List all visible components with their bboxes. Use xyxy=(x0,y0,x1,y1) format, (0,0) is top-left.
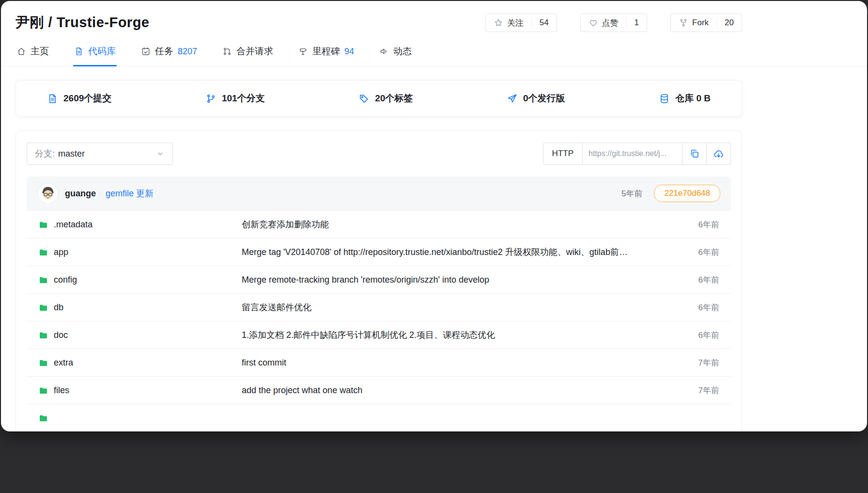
tab-code-repository[interactable]: 代码库 xyxy=(73,37,117,66)
branch-icon xyxy=(205,93,217,104)
fork-icon xyxy=(679,18,688,28)
branch-name: master xyxy=(58,149,85,159)
table-row[interactable]: .metadata 创新竞赛添加删除功能 6年前 xyxy=(27,210,731,238)
file-commit-message[interactable]: Merge tag 'V20140708' of http://reposito… xyxy=(242,246,685,258)
tab-milestones-count: 94 xyxy=(344,47,354,57)
file-name-cell[interactable]: app xyxy=(38,247,242,257)
tab-tasks[interactable]: 任务 8207 xyxy=(140,37,198,66)
table-row[interactable]: files add the project what one watch 7年前 xyxy=(27,376,731,404)
repo-icon xyxy=(74,47,84,56)
file-name[interactable]: .metadata xyxy=(54,220,93,230)
stat-commits[interactable]: 2609个提交 xyxy=(47,92,111,105)
tab-milestones[interactable]: 里程碑 94 xyxy=(297,37,355,66)
file-commit-message[interactable]: first commit xyxy=(242,358,685,368)
clone-url-field-wrap xyxy=(583,143,682,165)
file-name-cell[interactable] xyxy=(38,413,242,423)
tab-home-label: 主页 xyxy=(31,45,49,58)
file-commit-time: 6年前 xyxy=(685,274,719,286)
star-icon xyxy=(494,18,503,28)
file-name-cell[interactable]: config xyxy=(38,275,242,285)
file-commit-time: 6年前 xyxy=(685,330,719,341)
file-name[interactable]: files xyxy=(54,385,69,396)
fork-button[interactable]: Fork 20 xyxy=(670,14,742,32)
file-commit-message[interactable]: 创新竞赛添加删除功能 xyxy=(242,219,685,230)
watch-label: 关注 xyxy=(507,17,524,29)
file-name[interactable]: db xyxy=(54,302,63,313)
stat-repo-size-label: 仓库 0 B xyxy=(675,92,711,105)
file-name-cell[interactable]: .metadata xyxy=(38,220,242,230)
stat-releases[interactable]: 0个发行版 xyxy=(507,92,565,105)
file-name-cell[interactable]: extra xyxy=(38,358,242,368)
tab-activity[interactable]: 动态 xyxy=(378,37,413,66)
folder-icon xyxy=(38,385,48,396)
tab-code-repository-label: 代码库 xyxy=(88,45,116,58)
table-row[interactable]: extra first commit 7年前 xyxy=(27,349,731,376)
commit-time: 5年前 xyxy=(621,188,642,199)
commit-icon xyxy=(47,93,58,104)
tab-activity-label: 动态 xyxy=(393,45,412,58)
commit-hash-badge[interactable]: 221e70d648 xyxy=(654,185,720,202)
file-commit-message[interactable]: 1.添加文档 2.邮件中缺陷序号计算机制优化 2.项目、课程动态优化 xyxy=(242,329,685,341)
fork-count: 20 xyxy=(716,18,734,28)
avatar[interactable] xyxy=(37,183,59,204)
file-name[interactable]: config xyxy=(54,275,77,285)
milestone-icon xyxy=(298,47,308,56)
release-icon xyxy=(507,93,518,104)
praise-button[interactable]: 点赞 1 xyxy=(580,14,647,32)
tag-icon xyxy=(358,93,370,104)
table-row[interactable] xyxy=(27,404,731,431)
stat-tags[interactable]: 20个标签 xyxy=(358,92,413,105)
file-commit-message[interactable]: Merge remote-tracking branch 'remotes/or… xyxy=(242,275,685,285)
repo-toolbar: 分支: master HTTP xyxy=(16,131,742,176)
tab-merge-requests[interactable]: 合并请求 xyxy=(221,37,274,66)
file-table: guange gemfile 更新 5年前 221e70d648 .metada… xyxy=(27,176,731,431)
tab-tasks-count: 8207 xyxy=(178,47,197,57)
praise-count: 1 xyxy=(626,18,639,28)
file-commit-time: 7年前 xyxy=(685,357,719,368)
repo-page-window: 尹刚 / Trustie-Forge 关注 54 点赞 1 xyxy=(1,1,867,431)
branch-prefix-label: 分支: xyxy=(35,148,55,159)
file-name[interactable]: extra xyxy=(54,358,73,368)
file-commit-message[interactable]: add the project what one watch xyxy=(242,385,685,396)
tab-home[interactable]: 主页 xyxy=(16,37,50,66)
file-name-cell[interactable]: db xyxy=(38,302,242,313)
commit-message-link[interactable]: gemfile 更新 xyxy=(106,188,154,199)
copy-url-button[interactable] xyxy=(682,143,707,165)
commit-author[interactable]: guange xyxy=(65,189,96,199)
file-name-cell[interactable]: doc xyxy=(38,330,242,340)
tab-merge-requests-label: 合并请求 xyxy=(236,45,273,58)
file-commit-message[interactable]: 留言发送邮件优化 xyxy=(242,302,685,313)
folder-icon xyxy=(38,247,48,257)
page-title: 尹刚 / Trustie-Forge xyxy=(16,13,149,32)
watch-button[interactable]: 关注 54 xyxy=(485,14,557,32)
protocol-http-button[interactable]: HTTP xyxy=(543,143,583,165)
home-icon xyxy=(16,47,26,56)
table-row[interactable]: config Merge remote-tracking branch 'rem… xyxy=(27,266,731,293)
repo-stats-bar: 2609个提交 101个分支 20个标签 0个发行版 xyxy=(16,80,742,117)
clone-url-input[interactable] xyxy=(589,149,676,158)
table-row[interactable]: app Merge tag 'V20140708' of http://repo… xyxy=(27,238,731,266)
activity-icon xyxy=(379,47,389,56)
commit-meta: 5年前 221e70d648 xyxy=(621,185,720,202)
praise-label: 点赞 xyxy=(602,17,619,29)
heart-icon xyxy=(589,18,598,28)
database-icon xyxy=(659,93,670,104)
stat-commits-label: 2609个提交 xyxy=(63,92,111,105)
stat-branches[interactable]: 101个分支 xyxy=(205,92,265,105)
file-name[interactable]: app xyxy=(54,247,68,257)
clone-url-group: HTTP xyxy=(543,143,731,165)
table-row[interactable]: doc 1.添加文档 2.邮件中缺陷序号计算机制优化 2.项目、课程动态优化 6… xyxy=(27,321,731,349)
tab-milestones-label: 里程碑 xyxy=(312,45,340,58)
table-row[interactable]: db 留言发送邮件优化 6年前 xyxy=(27,293,731,321)
fork-label: Fork xyxy=(692,18,709,28)
file-name[interactable]: doc xyxy=(54,330,68,340)
branch-selector[interactable]: 分支: master xyxy=(27,143,173,165)
header-actions: 关注 54 点赞 1 Fork 20 xyxy=(485,14,742,32)
copy-icon xyxy=(689,148,700,159)
file-name-cell[interactable]: files xyxy=(38,385,242,396)
folder-icon xyxy=(38,302,48,313)
stat-repo-size: 仓库 0 B xyxy=(659,92,711,105)
latest-commit-bar: guange gemfile 更新 5年前 221e70d648 xyxy=(27,176,731,210)
repo-card: 分支: master HTTP xyxy=(16,130,742,431)
download-zip-button[interactable] xyxy=(707,143,731,165)
